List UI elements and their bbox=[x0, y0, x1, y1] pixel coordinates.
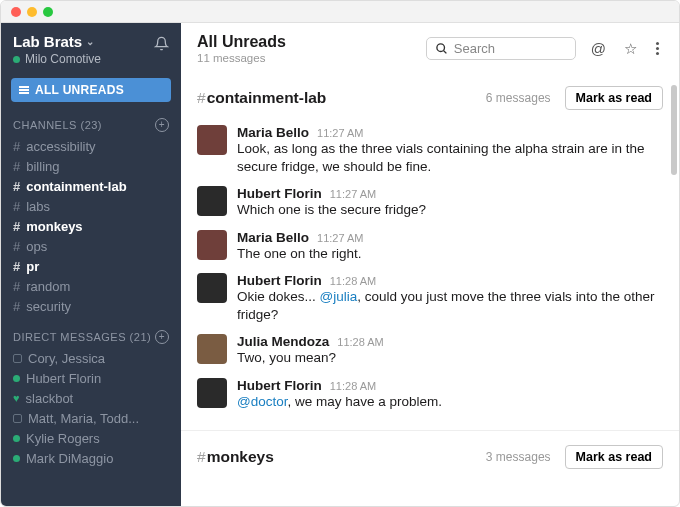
message-time: 11:27 AM bbox=[330, 188, 376, 200]
sidebar-dm-item[interactable]: Cory, Jessica bbox=[1, 348, 181, 368]
avatar[interactable] bbox=[197, 378, 227, 408]
dms-count: (21) bbox=[130, 331, 152, 343]
sidebar-channel-random[interactable]: #random bbox=[1, 276, 181, 296]
avatar[interactable] bbox=[197, 186, 227, 216]
more-menu-icon[interactable] bbox=[652, 42, 663, 55]
channel-label: monkeys bbox=[26, 219, 82, 234]
mention[interactable]: @julia bbox=[320, 289, 358, 304]
sidebar-dm-item[interactable]: Kylie Rogers bbox=[1, 428, 181, 448]
channel-block-header: #monkeys3 messagesMark as read bbox=[197, 439, 663, 479]
channel-label: security bbox=[26, 299, 71, 314]
dm-label: Cory, Jessica bbox=[28, 351, 105, 366]
channel-label: accessibility bbox=[26, 139, 95, 154]
scrollbar-track[interactable] bbox=[671, 85, 677, 500]
add-dm-button[interactable]: + bbox=[155, 330, 169, 344]
mark-as-read-button[interactable]: Mark as read bbox=[565, 86, 663, 110]
sidebar-dm-item[interactable]: ♥slackbot bbox=[1, 388, 181, 408]
window-minimize-button[interactable] bbox=[27, 7, 37, 17]
notifications-icon[interactable] bbox=[154, 36, 169, 54]
mark-as-read-button[interactable]: Mark as read bbox=[565, 445, 663, 469]
message-body: Hubert Florin11:28 AMOkie dokes... @juli… bbox=[237, 273, 663, 324]
avatar[interactable] bbox=[197, 334, 227, 364]
dms-label: DIRECT MESSAGES bbox=[13, 331, 126, 343]
channel-label: labs bbox=[26, 199, 50, 214]
search-icon bbox=[435, 42, 448, 55]
message-author[interactable]: Maria Bello bbox=[237, 125, 309, 140]
hash-icon: # bbox=[13, 219, 20, 234]
channel-name-label: monkeys bbox=[207, 448, 274, 465]
sidebar-channel-monkeys[interactable]: #monkeys bbox=[1, 216, 181, 236]
search-placeholder: Search bbox=[454, 41, 495, 56]
avatar[interactable] bbox=[197, 125, 227, 155]
search-input[interactable]: Search bbox=[426, 37, 576, 60]
message-text: @doctor, we may have a problem. bbox=[237, 393, 663, 411]
message-body: Hubert Florin11:27 AMWhich one is the se… bbox=[237, 186, 663, 219]
message-body: Maria Bello11:27 AMThe one on the right. bbox=[237, 230, 663, 263]
add-channel-button[interactable]: + bbox=[155, 118, 169, 132]
mentions-icon[interactable]: @ bbox=[588, 40, 609, 57]
app-body: Lab Brats ⌄ Milo Comotive ALL UNREADS bbox=[1, 23, 679, 506]
hash-icon: # bbox=[197, 89, 206, 106]
sidebar-channel-pr[interactable]: #pr bbox=[1, 256, 181, 276]
sidebar-channel-accessibility[interactable]: #accessibility bbox=[1, 136, 181, 156]
message-row[interactable]: Hubert Florin11:28 AMOkie dokes... @juli… bbox=[197, 268, 663, 329]
sidebar-dm-item[interactable]: Matt, Maria, Todd... bbox=[1, 408, 181, 428]
dms-section-header: DIRECT MESSAGES (21) + bbox=[1, 324, 181, 348]
message-time: 11:28 AM bbox=[330, 380, 376, 392]
main-header: All Unreads 11 messages Search @ ☆ bbox=[181, 23, 679, 72]
svg-line-1 bbox=[443, 51, 446, 54]
avatar[interactable] bbox=[197, 273, 227, 303]
channel-name[interactable]: #containment-lab bbox=[197, 89, 326, 107]
hash-icon: # bbox=[13, 199, 20, 214]
window-zoom-button[interactable] bbox=[43, 7, 53, 17]
scrollbar-thumb[interactable] bbox=[671, 85, 677, 175]
channel-label: pr bbox=[26, 259, 39, 274]
hash-icon: # bbox=[13, 299, 20, 314]
star-icon[interactable]: ☆ bbox=[621, 40, 640, 58]
dm-label: slackbot bbox=[26, 391, 74, 406]
app-window: Lab Brats ⌄ Milo Comotive ALL UNREADS bbox=[0, 0, 680, 507]
sidebar-channel-security[interactable]: #security bbox=[1, 296, 181, 316]
window-close-button[interactable] bbox=[11, 7, 21, 17]
dm-label: Hubert Florin bbox=[26, 371, 101, 386]
hash-icon: # bbox=[13, 259, 20, 274]
svg-point-0 bbox=[437, 44, 445, 52]
message-body: Maria Bello11:27 AMLook, as long as the … bbox=[237, 125, 663, 176]
window-titlebar bbox=[1, 1, 679, 23]
message-author[interactable]: Hubert Florin bbox=[237, 186, 322, 201]
hash-icon: # bbox=[197, 448, 206, 465]
heart-icon: ♥ bbox=[13, 392, 20, 404]
message-row[interactable]: Hubert Florin11:27 AMWhich one is the se… bbox=[197, 181, 663, 224]
sidebar: Lab Brats ⌄ Milo Comotive ALL UNREADS bbox=[1, 23, 181, 506]
channel-name[interactable]: #monkeys bbox=[197, 448, 274, 466]
channels-list: #accessibility#billing#containment-lab#l… bbox=[1, 136, 181, 316]
message-row[interactable]: Maria Bello11:27 AMLook, as long as the … bbox=[197, 120, 663, 181]
sidebar-channel-containment-lab[interactable]: #containment-lab bbox=[1, 176, 181, 196]
workspace-name[interactable]: Lab Brats ⌄ bbox=[13, 33, 101, 50]
channels-label: CHANNELS bbox=[13, 119, 77, 131]
message-text: The one on the right. bbox=[237, 245, 663, 263]
hash-icon: # bbox=[13, 159, 20, 174]
message-row[interactable]: Julia Mendoza11:28 AMTwo, you mean? bbox=[197, 329, 663, 372]
message-time: 11:27 AM bbox=[317, 127, 363, 139]
sidebar-channel-ops[interactable]: #ops bbox=[1, 236, 181, 256]
message-text: Look, as long as the three vials contain… bbox=[237, 140, 663, 176]
message-row[interactable]: Hubert Florin11:28 AM@doctor, we may hav… bbox=[197, 373, 663, 416]
sidebar-channel-labs[interactable]: #labs bbox=[1, 196, 181, 216]
workspace-header[interactable]: Lab Brats ⌄ Milo Comotive bbox=[1, 23, 181, 74]
channel-label: random bbox=[26, 279, 70, 294]
message-author[interactable]: Maria Bello bbox=[237, 230, 309, 245]
dm-label: Kylie Rogers bbox=[26, 431, 100, 446]
message-author[interactable]: Hubert Florin bbox=[237, 378, 322, 393]
message-row[interactable]: Maria Bello11:27 AMThe one on the right. bbox=[197, 225, 663, 268]
all-unreads-button[interactable]: ALL UNREADS bbox=[11, 78, 171, 102]
message-author[interactable]: Julia Mendoza bbox=[237, 334, 329, 349]
sidebar-channel-billing[interactable]: #billing bbox=[1, 156, 181, 176]
message-author[interactable]: Hubert Florin bbox=[237, 273, 322, 288]
sidebar-dm-item[interactable]: Hubert Florin bbox=[1, 368, 181, 388]
message-scroll-area[interactable]: #containment-lab6 messagesMark as readMa… bbox=[181, 72, 679, 506]
sidebar-dm-item[interactable]: Mark DiMaggio bbox=[1, 448, 181, 468]
avatar[interactable] bbox=[197, 230, 227, 260]
mention[interactable]: @doctor bbox=[237, 394, 287, 409]
presence-dot-icon bbox=[13, 375, 20, 382]
